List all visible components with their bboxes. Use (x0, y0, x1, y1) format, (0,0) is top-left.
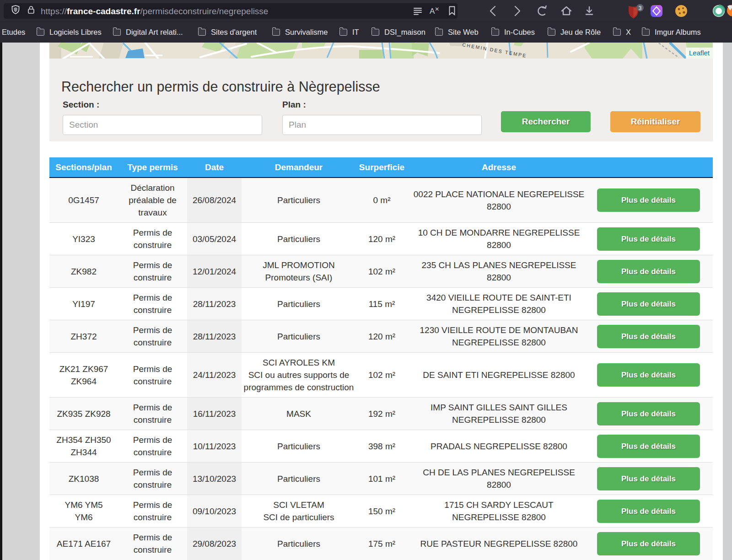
svg-text:3: 3 (639, 5, 642, 11)
svg-text:Leaflet: Leaflet (689, 49, 710, 57)
